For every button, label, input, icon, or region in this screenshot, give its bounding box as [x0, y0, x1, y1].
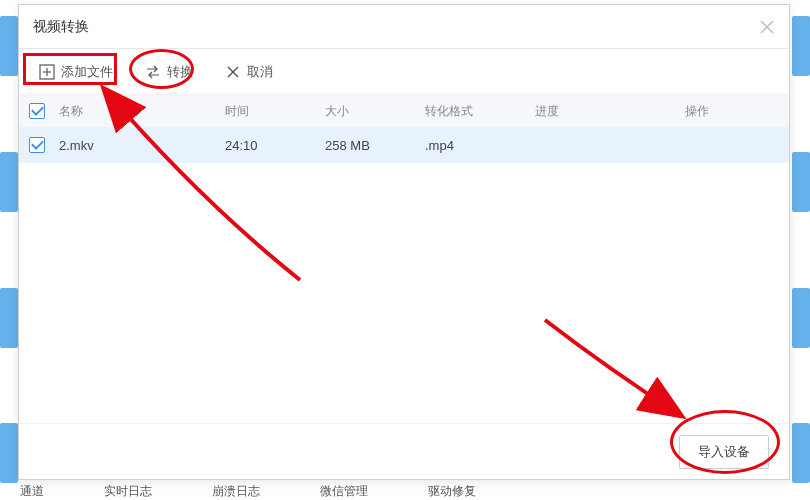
select-all-checkbox[interactable] [29, 103, 45, 119]
cancel-button[interactable]: 取消 [215, 58, 283, 86]
background-tiles-left [0, 0, 18, 500]
column-name: 名称 [55, 103, 225, 120]
plus-square-icon [39, 64, 55, 80]
cell-time: 24:10 [225, 138, 325, 153]
video-convert-dialog: 视频转换 添加文件 转换 取消 名称 时间 大 [18, 4, 790, 480]
add-file-button[interactable]: 添加文件 [29, 58, 123, 86]
dialog-footer: 导入设备 [19, 423, 789, 479]
column-format: 转化格式 [425, 103, 535, 120]
bg-label: 微信管理 [320, 483, 368, 500]
table-row[interactable]: 2.mkv 24:10 258 MB .mp4 [19, 127, 789, 163]
convert-arrows-icon [145, 64, 161, 80]
cancel-label: 取消 [247, 63, 273, 81]
column-progress: 进度 [535, 103, 685, 120]
close-button[interactable] [757, 17, 777, 37]
bg-label: 驱动修复 [428, 483, 476, 500]
column-time: 时间 [225, 103, 325, 120]
column-action: 操作 [685, 103, 789, 120]
cell-name: 2.mkv [55, 138, 225, 153]
toolbar: 添加文件 转换 取消 [19, 49, 789, 95]
convert-label: 转换 [167, 63, 193, 81]
convert-button[interactable]: 转换 [135, 58, 203, 86]
row-checkbox[interactable] [29, 137, 45, 153]
bg-label: 通道 [20, 483, 44, 500]
dialog-header: 视频转换 [19, 5, 789, 49]
cell-size: 258 MB [325, 138, 425, 153]
table-header: 名称 时间 大小 转化格式 进度 操作 [19, 95, 789, 127]
column-size: 大小 [325, 103, 425, 120]
import-device-button[interactable]: 导入设备 [679, 435, 769, 469]
cell-format: .mp4 [425, 138, 535, 153]
bg-label: 实时日志 [104, 483, 152, 500]
background-bottom-labels: 通道 实时日志 崩溃日志 微信管理 驱动修复 [0, 482, 810, 500]
table-body: 2.mkv 24:10 258 MB .mp4 [19, 127, 789, 163]
bg-label: 崩溃日志 [212, 483, 260, 500]
background-tiles-right [792, 0, 810, 500]
cancel-x-icon [225, 64, 241, 80]
add-file-label: 添加文件 [61, 63, 113, 81]
dialog-title: 视频转换 [33, 18, 89, 36]
close-icon [760, 20, 774, 34]
